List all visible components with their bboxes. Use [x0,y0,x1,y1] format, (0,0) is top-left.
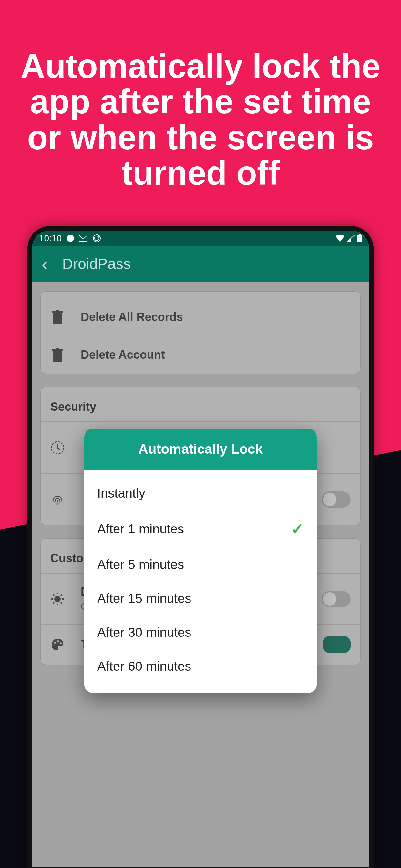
phone-screen: 10:10 ‹ [32,230,369,867]
record-icon [67,235,74,242]
delete-account-label: Delete Account [81,348,165,362]
dialog-options-list: Instantly After 1 minutes ✓ After 5 minu… [84,470,317,693]
svg-rect-7 [53,351,62,362]
lock-option-instantly[interactable]: Instantly [84,476,317,510]
delete-records-label: Delete All Records [81,310,183,324]
option-label: After 60 minutes [97,659,191,674]
svg-rect-2 [358,236,362,242]
palette-icon [50,638,65,652]
trash-icon [50,348,65,362]
fingerprint-icon [50,492,65,507]
svg-line-16 [53,594,54,596]
timer-icon [50,441,65,455]
svg-point-21 [57,640,59,642]
lock-option-5min[interactable]: After 5 minutes [84,548,317,582]
check-icon: ✓ [291,520,304,538]
status-time: 10:10 [39,233,62,244]
svg-rect-8 [52,349,63,351]
svg-point-22 [60,642,62,644]
settings-content: Delete All Records Delete Account Securi… [32,282,369,867]
lock-option-60min[interactable]: After 60 minutes [84,649,317,683]
security-header: Security [41,387,360,422]
lock-option-1min[interactable]: After 1 minutes ✓ [84,510,317,548]
account-card: Delete All Records Delete Account [40,291,361,374]
app-bar: ‹ DroidPass [32,246,369,282]
option-label: After 15 minutes [97,591,191,606]
promo-headline: Automatically lock the app after the set… [0,49,401,191]
option-label: After 30 minutes [97,625,191,640]
svg-rect-3 [359,235,361,236]
mail-icon [79,235,88,242]
option-label: After 5 minutes [97,557,184,572]
svg-rect-6 [56,310,59,311]
status-bar: 10:10 [32,230,369,246]
option-label: After 1 minutes [97,522,184,536]
back-icon[interactable]: ‹ [42,253,48,275]
trash-icon [50,310,65,324]
fingerprint-toggle[interactable] [321,492,351,507]
svg-line-17 [61,602,62,603]
brightness-icon [50,592,65,606]
svg-rect-5 [52,311,63,313]
delete-records-row[interactable]: Delete All Records [41,298,360,336]
option-label: Instantly [97,486,145,500]
dark-mode-toggle[interactable] [321,591,351,607]
delete-account-row[interactable]: Delete Account [41,336,360,374]
app-title: DroidPass [62,255,131,273]
svg-rect-9 [56,348,59,349]
auto-lock-dialog: Automatically Lock Instantly After 1 min… [84,429,317,693]
lock-option-15min[interactable]: After 15 minutes [84,582,317,616]
battery-icon [358,235,362,242]
sync-icon [93,234,101,243]
theme-color-chip[interactable] [323,636,351,653]
phone-frame: 10:10 ‹ [27,226,374,868]
signal-icon [347,235,355,242]
svg-rect-4 [53,313,62,324]
dialog-title: Automatically Lock [84,429,317,470]
svg-point-11 [54,596,61,602]
svg-point-20 [54,642,56,644]
wifi-icon [335,235,344,242]
svg-line-18 [53,602,54,603]
svg-line-19 [61,594,62,596]
lock-option-30min[interactable]: After 30 minutes [84,616,317,649]
